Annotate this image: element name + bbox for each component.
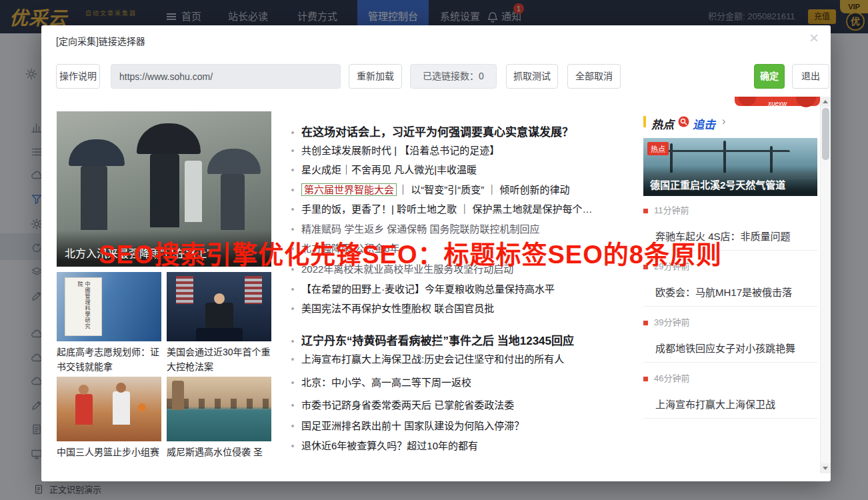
- bullet-icon: [291, 228, 294, 231]
- photo-card-caption[interactable]: 起底高考志愿规划师：证书交钱就能拿: [57, 345, 162, 374]
- hot-item-time: 11分钟前: [643, 203, 689, 216]
- highlighted-link[interactable]: 第六届世界智能大会: [301, 183, 397, 196]
- cancel-all-button[interactable]: 全部取消: [567, 64, 621, 89]
- news-headline[interactable]: 北京：中小学、高一高二等下周一返校: [291, 375, 471, 389]
- headline-text: 上海宣布打赢大上海保卫战:历史会记住坚守和付出的所有人: [301, 353, 564, 365]
- time-text: 39分钟前: [654, 317, 689, 327]
- divider: [643, 362, 817, 363]
- player-silhouette: [79, 385, 89, 395]
- podium-shape: [196, 328, 243, 341]
- bullet-icon: [291, 358, 294, 361]
- screen: 优采云 自动文章采集器 首页 站长必读 计费方式 管理控制台 系统设置 通知 1…: [0, 0, 868, 500]
- red-square-icon: [643, 209, 648, 213]
- news-headline[interactable]: 在这场对话会上，习近平为何强调要真心实意谋发展？: [291, 123, 573, 139]
- flag-shape: [176, 276, 193, 304]
- flag-shape: [245, 276, 262, 304]
- hot-news-photo[interactable]: 热点 德国正重启北溪2号天然气管道: [643, 138, 817, 196]
- bullet-icon: [291, 340, 294, 343]
- time-text: 46分钟前: [654, 373, 689, 383]
- headline-text: 手里的饭，更香了！| 聆听土地之歌 ｜ 保护黑土地就是保护每个…: [301, 203, 592, 215]
- pursuit-title: 追击: [693, 115, 715, 132]
- news-headline[interactable]: 精准赋码 学生返乡 保通保畅 国务院联防联控机制回应: [291, 221, 540, 235]
- link-selector-dialog: [定向采集]链接选择器 × 操作说明 重新加载 已选链接数：0 抓取测试 全部取…: [41, 25, 831, 481]
- basketball-shape: [138, 403, 146, 411]
- news-headline[interactable]: 星火成炬｜不舍再见 凡人微光|丰收温暖: [291, 162, 477, 176]
- headline-text: 【在希望的田野上·麦收记】今年夏粮收购总量保持高水平: [301, 283, 555, 295]
- close-icon[interactable]: ×: [805, 29, 823, 47]
- headline-text: 共创全球发展新时代 | 【沿着总书记的足迹】: [301, 145, 499, 156]
- news-headline[interactable]: 美国宪法不再保护女性堕胎权 联合国官员批: [291, 301, 494, 315]
- red-square-icon: [643, 321, 648, 325]
- vertical-scrollbar[interactable]: [820, 97, 831, 473]
- photo-card-caption[interactable]: 威尼斯遇高水位侵袭 圣: [167, 445, 272, 459]
- headline-text: 国足亚洲排名跌出前十 国家队建设为何陷入停滞？: [301, 420, 524, 431]
- scrollbar-thumb[interactable]: [822, 108, 829, 160]
- news-headline[interactable]: 退休近6年被查算久吗？超过10年的都有: [291, 438, 478, 452]
- bullet-icon: [291, 149, 294, 152]
- embedded-webpage: xuexw 北方入汛来最强降雨“已在路上” 中國管理科學研究院: [41, 97, 820, 473]
- exit-button[interactable]: 退出: [792, 64, 829, 89]
- bullet-icon: [291, 425, 294, 427]
- selected-links-count: 已选链接数：0: [410, 64, 497, 89]
- chevron-right-icon[interactable]: ›: [722, 115, 725, 127]
- photo-card-caption[interactable]: 美国会通过近30年首个重大控枪法案: [167, 345, 272, 374]
- bullet-icon: [291, 169, 294, 171]
- promo-banner-fragment[interactable]: xuexw: [735, 97, 820, 110]
- bullet-icon: [291, 208, 294, 211]
- hot-item-title[interactable]: 成都地铁回应女子对小孩跳艳舞: [655, 341, 795, 355]
- hot-item-title[interactable]: 欧委会：马航MH17是被俄击落: [655, 285, 792, 299]
- person-silhouette: [150, 154, 179, 227]
- hot-pursuit-header[interactable]: 热点 追击 ›: [643, 115, 763, 129]
- bullet-icon: [291, 381, 294, 384]
- plaque-text: 中國管理科學研究院: [76, 281, 91, 332]
- scroll-down-icon[interactable]: [821, 463, 831, 473]
- help-button[interactable]: 操作说明: [56, 64, 100, 89]
- banner-text: xuexw: [768, 100, 787, 107]
- person-silhouette: [205, 303, 233, 329]
- hot-title: 热点: [651, 115, 674, 132]
- person-silhouette: [185, 161, 202, 222]
- news-headline[interactable]: 第六届世界智能大会｜ 以“智变”引“质变” ｜ 倾听创新的律动: [291, 182, 570, 196]
- news-headline[interactable]: 手里的饭，更香了！| 聆听土地之歌 ｜ 保护黑土地就是保护每个…: [291, 201, 592, 215]
- time-text: 11分钟前: [654, 205, 689, 215]
- news-photo-card[interactable]: [167, 272, 271, 341]
- bullet-icon: [291, 189, 294, 191]
- yellow-bar-icon: [643, 116, 646, 127]
- news-headline[interactable]: 辽宁丹东“持黄码者看病被拦”事件之后 当地12345回应: [291, 331, 574, 348]
- person-silhouette: [221, 174, 245, 230]
- player-silhouette: [116, 383, 126, 393]
- dialog-title: [定向采集]链接选择器: [56, 34, 145, 47]
- hot-badge: 热点: [647, 142, 669, 155]
- grab-test-button[interactable]: 抓取测试: [506, 64, 558, 89]
- reload-button[interactable]: 重新加载: [349, 64, 402, 89]
- hot-photo-caption: 德国正重启北溪2号天然气管道: [643, 165, 817, 196]
- news-photo-card[interactable]: [167, 377, 271, 441]
- photo-card-caption[interactable]: 中国三人男篮止步小组赛: [57, 445, 162, 459]
- news-photo-card[interactable]: 中國管理科學研究院: [57, 272, 161, 341]
- bullet-icon: [291, 288, 294, 291]
- headline-text: 在这场对话会上，习近平为何强调要真心实意谋发展？: [301, 126, 573, 139]
- news-photo-card[interactable]: [57, 377, 161, 441]
- umbrella-shape: [207, 149, 261, 174]
- news-headline[interactable]: 国足亚洲排名跌出前十 国家队建设为何陷入停滞？: [291, 418, 524, 432]
- confirm-button[interactable]: 确定: [754, 64, 785, 89]
- news-headline[interactable]: 共创全球发展新时代 | 【沿着总书记的足迹】: [291, 143, 499, 157]
- headline-text: 精准赋码 学生返乡 保通保畅 国务院联防联控机制回应: [301, 223, 540, 235]
- divider: [643, 306, 817, 307]
- bullet-icon: [291, 445, 294, 447]
- player-silhouette: [75, 394, 93, 425]
- hot-item-time: 46分钟前: [643, 371, 689, 384]
- scroll-up-icon[interactable]: [821, 97, 831, 107]
- headline-text: ｜ 以“智变”引“质变” ｜ 倾听创新的律动: [398, 184, 570, 195]
- bullet-icon: [291, 131, 294, 134]
- institute-plaque: 中國管理科學研究院: [65, 277, 102, 336]
- news-headline[interactable]: 上海宣布打赢大上海保卫战:历史会记住坚守和付出的所有人: [291, 351, 564, 365]
- umbrella-shape: [137, 123, 201, 154]
- hot-item-title[interactable]: 上海宣布打赢大上海保卫战: [655, 397, 775, 411]
- url-input[interactable]: [111, 64, 341, 89]
- news-headline[interactable]: 市委书记跻身省委常委两天后 已掌舵省委政法委: [291, 397, 514, 411]
- news-headline[interactable]: 【在希望的田野上·麦收记】今年夏粮收购总量保持高水平: [291, 281, 555, 295]
- headline-text: 退休近6年被查算久吗？超过10年的都有: [301, 440, 478, 451]
- headline-text: 辽宁丹东“持黄码者看病被拦”事件之后 当地12345回应: [301, 335, 574, 347]
- bullet-icon: [291, 307, 294, 310]
